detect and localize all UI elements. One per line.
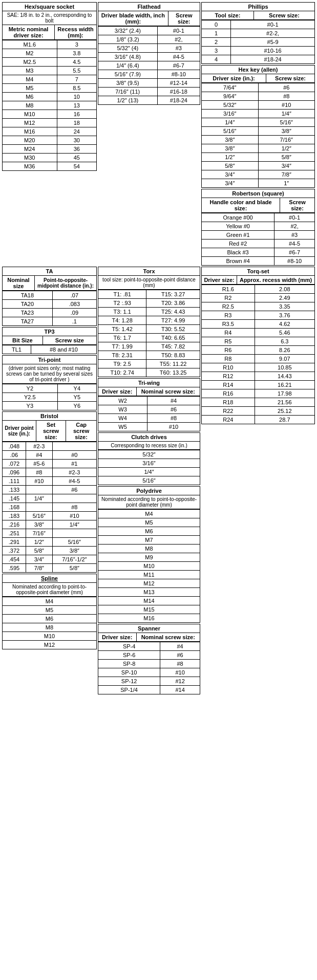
table-cell: 45 [57, 154, 96, 162]
table-cell: M16 [3, 127, 57, 136]
table-cell: 28.7 [255, 416, 314, 424]
table-cell: 16 [57, 110, 96, 119]
table-cell: 7/16″ [258, 136, 315, 144]
table-cell: #14 [160, 686, 200, 694]
table-cell: #18-24 [231, 55, 315, 64]
hex-key-col1-header: Driver size (in.): [202, 74, 266, 83]
table-cell: 36 [57, 145, 96, 154]
left-col2: TA Nominal size Point-to-opposite-midpoi… [2, 267, 97, 694]
table-cell: M8 [3, 101, 57, 110]
table-cell: #3 [157, 44, 200, 53]
table-cell: #12 [160, 677, 200, 686]
table-cell: 3/4″ [26, 555, 52, 564]
table-cell: 3.76 [255, 311, 314, 320]
table-cell: T3: 1.1 [98, 308, 146, 316]
table-cell: TA27 [3, 317, 53, 326]
table-cell: 1″ [258, 179, 315, 188]
table-cell: #8 and #10 [31, 345, 96, 354]
polydrive-subtitle: Nominated according to point-to-opposite… [98, 495, 200, 509]
table-cell: 1/2″ [26, 538, 52, 547]
table-cell: M5 [3, 606, 97, 615]
table-cell: Y6 [57, 402, 96, 410]
table-cell: Green #1 [202, 231, 274, 239]
table-cell: #6 [258, 83, 315, 92]
table-cell: .168 [3, 503, 26, 512]
table-cell: .048 [3, 442, 26, 451]
spline-section: Spline Nominated according to point-to-o… [2, 574, 97, 649]
robertson-col1-header: Handle color and blade size: [202, 198, 280, 213]
table-cell: SP-1/4 [98, 686, 160, 694]
table-cell: T4: 1.28 [98, 316, 146, 325]
table-cell: 5/16″ [202, 127, 259, 136]
torx-subtitle: tool size: point-to-opposite-point dista… [98, 276, 200, 290]
table-cell: M5 [98, 518, 200, 527]
table-cell: T2 :.93 [98, 299, 146, 308]
mid-col2: Torx tool size: point-to-opposite-point … [98, 267, 200, 694]
table-cell: 1/2″ [202, 153, 259, 162]
table-cell: M20 [3, 136, 57, 145]
table-cell: Y2.5 [3, 393, 58, 402]
table-cell: 7/8″ [26, 564, 52, 573]
bristol-col2: Set screw size: [36, 421, 66, 442]
table-cell: T5: 1.42 [98, 325, 146, 334]
spline-subtitle: Nominated according to point-to-opposite… [3, 583, 97, 597]
table-cell: M3 [3, 67, 57, 75]
table-cell [26, 486, 52, 494]
table-cell: 9/64″ [202, 92, 259, 101]
table-cell: SP-12 [98, 677, 160, 686]
torx-section: Torx tool size: point-to-opposite-point … [98, 267, 200, 290]
table-cell: 3/16″ [202, 110, 259, 118]
table-cell: 1/4″ [52, 520, 96, 529]
table-cell: M7 [98, 536, 200, 545]
table-cell: 54 [57, 162, 96, 171]
table-cell: .372 [3, 547, 26, 555]
table-cell: TA18 [3, 291, 53, 300]
torqset-table: R1.62.08R22.49R2.53.35R33.76R3.54.62R45.… [201, 285, 315, 424]
table-cell: Y5 [57, 393, 96, 402]
torx-title: Torx [98, 267, 200, 276]
table-cell: 3/8″ [52, 547, 96, 555]
table-cell: 5/32″ (4) [98, 44, 158, 53]
table-cell: 7 [57, 75, 96, 84]
table-cell: M2 [3, 49, 57, 58]
table-cell: #2-2, [231, 29, 315, 38]
tripoint-subtitle: (driver point sizes only; most mating sc… [3, 364, 97, 384]
bristol-col1: Driver point size (in.): [3, 421, 36, 442]
spanner-title: Spanner [98, 624, 200, 633]
table-cell: #4 [26, 451, 52, 460]
table-cell: TA20 [3, 300, 53, 309]
flathead-col2-header: Screw size: [168, 11, 200, 26]
table-cell: #0 [52, 451, 96, 460]
table-cell: 7/64″ [202, 83, 259, 92]
table-cell: T6: 1.7 [98, 334, 146, 342]
table-cell: 16.21 [255, 381, 314, 389]
table-cell: 3/8″ [202, 136, 259, 144]
table-cell: TL1 [3, 345, 31, 354]
table-cell: R6 [202, 346, 255, 355]
table-cell: #6 [160, 651, 200, 660]
table-cell: .096 [3, 468, 26, 477]
top-row: Hex/square socket SAE: 1/8 in. to 2 in.,… [2, 2, 315, 266]
table-cell: Y3 [3, 402, 58, 410]
table-cell: 5/16″ [52, 538, 96, 547]
table-cell: 17.98 [255, 389, 314, 398]
table-cell: 3 [57, 40, 96, 49]
table-cell: .133 [3, 486, 26, 494]
table-cell: W4 [98, 414, 147, 423]
table-cell: #10 [26, 477, 52, 486]
table-cell: .09 [52, 309, 96, 317]
tp3-col2: Screw size [43, 336, 96, 345]
table-cell: 3/4″ [202, 170, 259, 179]
second-row: TA Nominal size Point-to-opposite-midpoi… [2, 267, 315, 694]
table-cell: T50: 8.83 [146, 351, 200, 360]
table-cell: 9.07 [255, 355, 314, 363]
table-cell: #8 [52, 503, 96, 512]
table-cell: M36 [3, 162, 57, 171]
table-cell: #16-18 [157, 88, 200, 96]
clutch-title: Clutch drives [98, 433, 200, 442]
table-cell: 1/4″ [26, 494, 52, 503]
table-cell: M10 [3, 632, 97, 641]
hex-socket-section: Hex/square socket SAE: 1/8 in. to 2 in.,… [2, 2, 97, 266]
phillips-col1-header: Tool size: [202, 11, 254, 20]
table-cell: 1/4″ [98, 468, 200, 476]
